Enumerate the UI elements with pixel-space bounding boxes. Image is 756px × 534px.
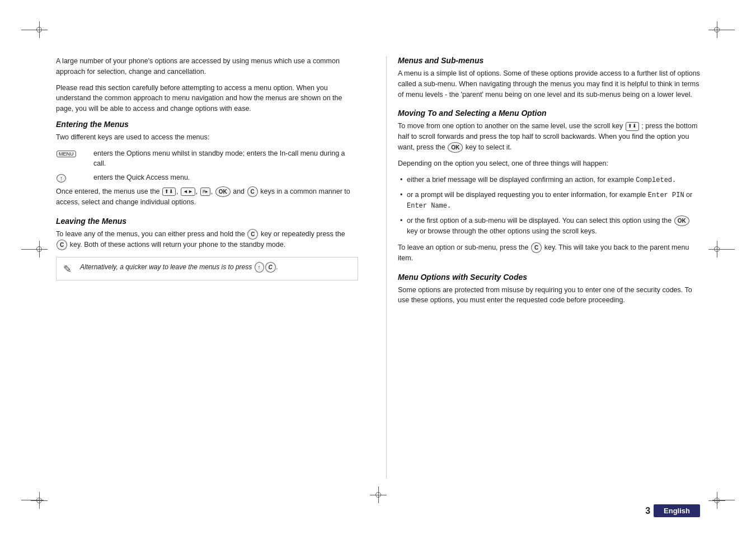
intro-para1: A large number of your phone's options a…	[56, 56, 358, 77]
section5-para: Some options are protected from misuse b…	[398, 285, 700, 306]
section5-title: Menu Options with Security Codes	[398, 273, 700, 282]
intro-para2: Please read this section carefully befor…	[56, 83, 358, 114]
section-security-codes: Menu Options with Security Codes Some op…	[398, 273, 700, 306]
line-mid-right	[712, 249, 735, 250]
section3-para: A menu is a simple list of options. Some…	[398, 68, 700, 100]
key-up-desc: enters the Quick Access menu.	[93, 172, 190, 183]
ok-key-bullet: OK	[674, 216, 689, 226]
ok-key-icon: OK	[215, 186, 231, 197]
page: A large number of your phone's options a…	[0, 0, 756, 534]
up-key-note: ↑	[255, 262, 264, 273]
language-badge: English	[654, 504, 700, 517]
bullet-item-1: either a brief message will be displayed…	[398, 175, 700, 185]
content-area: A large number of your phone's options a…	[56, 56, 700, 478]
note-text: Alternatively, a quicker way to leave th…	[80, 262, 278, 273]
section4-para1: To move from one option to another on th…	[398, 121, 700, 153]
section1-keys-para: Once entered, the menus use the ⬆︎⬇, ◄►,…	[56, 186, 358, 208]
key-menu-entry: MENU enters the Options menu whilst in s…	[56, 148, 358, 170]
section1-para-text: Once entered, the menus use the	[56, 188, 160, 195]
section2-para1: To leave any of the menus, you can eithe…	[56, 229, 358, 250]
section3-title: Menus and Sub-menus	[398, 56, 700, 65]
menu-key: MENU	[57, 151, 76, 157]
enter-pin-text: Enter PIN	[648, 191, 684, 199]
line-mid-left	[21, 249, 44, 250]
vol-key-icon: ◄►	[181, 188, 195, 196]
scroll-key-move: ⬆︎⬇	[626, 122, 639, 131]
bullet-item-3: or the first option of a sub-menu will b…	[398, 216, 700, 237]
section4-leave-para: To leave an option or sub-menu, press th…	[398, 242, 700, 264]
crosshair-bottom-center	[370, 486, 387, 503]
crosshair-bottom-right	[708, 492, 725, 509]
options-list: either a brief message will be displayed…	[398, 175, 700, 237]
right-column: Menus and Sub-menus A menu is a simple l…	[386, 56, 700, 478]
c-key-leave-option: C	[531, 242, 542, 253]
section-moving-selecting: Moving To and Selecting a Menu Option To…	[398, 109, 700, 263]
section2-title: Leaving the Menus	[56, 217, 358, 226]
note-icon: ✎	[63, 263, 74, 275]
left-column: A large number of your phone's options a…	[56, 56, 369, 478]
bullet-item-2: or a prompt will be displayed requesting…	[398, 190, 700, 211]
and-text: and	[233, 188, 246, 195]
crosshair-bottom-left	[31, 492, 48, 509]
page-number-area: 3 English	[645, 504, 700, 517]
line-bottom-left	[21, 500, 44, 500]
completed-text: Completed.	[636, 176, 676, 184]
c-key-leave: C	[247, 229, 258, 240]
up-key: ↑	[57, 174, 66, 182]
c-key-repeat: C	[57, 240, 67, 250]
section1-title: Entering the Menus	[56, 120, 358, 129]
line-top-right	[712, 30, 735, 30]
key-menu-icon: MENU	[56, 148, 87, 158]
section-leaving-menus: Leaving the Menus To leave any of the me…	[56, 217, 358, 280]
scroll-key-icon: ⬆︎⬇	[162, 188, 176, 196]
note-box: ✎ Alternatively, a quicker way to leave …	[56, 257, 358, 280]
key-up-entry: ↑ enters the Quick Access menu.	[56, 172, 358, 183]
hash-key-icon: #▸	[200, 188, 210, 196]
enter-name-text: Enter Name.	[407, 202, 451, 210]
section-menus-submenus: Menus and Sub-menus A menu is a simple l…	[398, 56, 700, 100]
line-bottom-right	[712, 500, 735, 500]
c-key-icon: C	[247, 186, 258, 197]
page-number: 3	[645, 506, 650, 516]
key-up-icon: ↑	[56, 172, 87, 182]
line-top-left	[21, 30, 44, 30]
section4-title: Moving To and Selecting a Menu Option	[398, 109, 700, 118]
section4-para2: Depending on the option you select, one …	[398, 158, 700, 169]
key-menu-desc: enters the Options menu whilst in standb…	[93, 148, 358, 170]
c-key-note: C	[265, 262, 276, 273]
section-entering-menus: Entering the Menus Two different keys ar…	[56, 120, 358, 208]
section1-intro: Two different keys are used to access th…	[56, 132, 358, 143]
ok-key-select: OK	[448, 142, 463, 153]
